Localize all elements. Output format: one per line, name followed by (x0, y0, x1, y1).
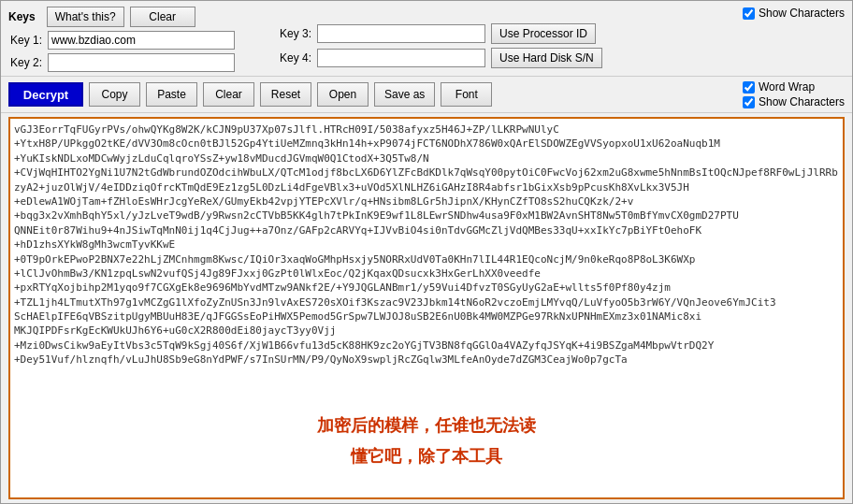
key3-label: Key 3: (278, 27, 311, 40)
show-characters-checkbox-top[interactable] (743, 7, 755, 20)
word-wrap-checkbox[interactable] (743, 81, 755, 94)
font-button[interactable]: Font (441, 82, 492, 107)
toolbar-right: Word Wrap Show Characters (743, 80, 845, 108)
key1-row: Key 1: (8, 31, 270, 50)
whats-this-button[interactable]: What's this? (47, 7, 124, 27)
key3-input[interactable] (317, 24, 485, 43)
key2-row: Key 2: (8, 53, 270, 72)
show-characters-label-top: Show Characters (759, 7, 845, 20)
word-wrap-label: Word Wrap (759, 80, 815, 94)
copy-button[interactable]: Copy (89, 82, 140, 107)
key2-input[interactable] (48, 53, 235, 72)
key2-label: Key 2: (8, 56, 42, 69)
save-as-button[interactable]: Save as (374, 82, 435, 107)
main-textarea[interactable]: vGJ3EorrTqFUGyrPVs/ohwQYKg8W2K/kCJN9pU37… (8, 117, 845, 499)
show-characters-row: Show Characters (743, 95, 845, 108)
open-button[interactable]: Open (317, 82, 369, 107)
show-characters-checkbox-toolbar[interactable] (743, 96, 755, 108)
paste-button[interactable]: Paste (146, 82, 197, 107)
toolbar: Decrypt Copy Paste Clear Reset Open Save… (1, 77, 852, 113)
clear-button[interactable]: Clear (203, 82, 254, 107)
use-processor-id-button[interactable]: Use Processor ID (491, 23, 596, 44)
key4-input[interactable] (317, 49, 485, 67)
main-window: Keys What's this? Clear Key 1: Key 2: (0, 0, 853, 504)
key1-input[interactable] (48, 31, 235, 50)
keys-section: Keys What's this? Clear Key 1: Key 2: (1, 1, 852, 77)
text-area-container: vGJ3EorrTqFUGyrPVs/ohwQYKg8W2K/kCJN9pU37… (1, 113, 852, 503)
key1-label: Key 1: (8, 34, 42, 47)
key4-label: Key 4: (278, 51, 311, 65)
show-characters-label-toolbar: Show Characters (759, 95, 845, 108)
word-wrap-row: Word Wrap (743, 80, 815, 94)
keys-clear-button[interactable]: Clear (130, 7, 195, 27)
keys-label: Keys (8, 10, 36, 23)
reset-button[interactable]: Reset (260, 82, 311, 107)
decrypt-button[interactable]: Decrypt (8, 82, 83, 107)
use-hard-disk-button[interactable]: Use Hard Disk S/N (491, 48, 602, 68)
